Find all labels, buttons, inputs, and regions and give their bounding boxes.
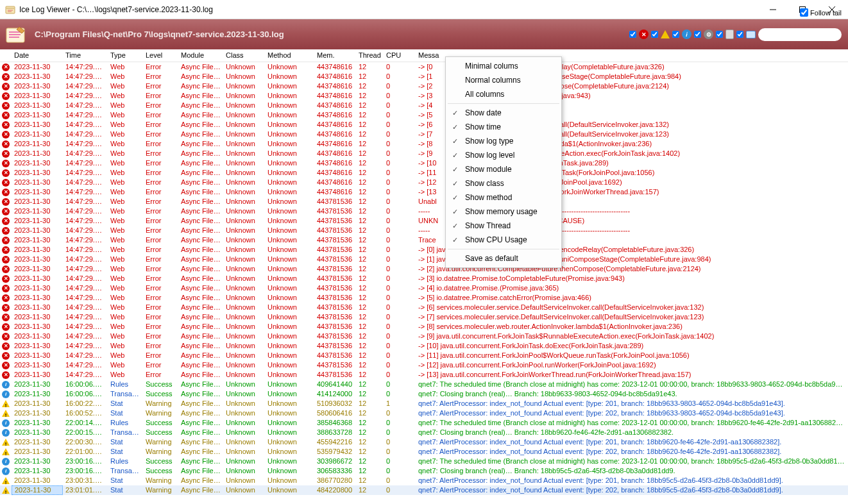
context-item[interactable]: Save as default [447, 251, 560, 265]
filter-doc-check[interactable] [716, 31, 723, 38]
error-filter-icon[interactable]: ✕ [639, 29, 649, 39]
table-row[interactable]: ✕2023-11-3014:47:29.634WebErrorAsync Fil… [0, 370, 848, 380]
table-row[interactable]: 2023-11-3023:01:01.764StatWarningAsync F… [0, 485, 848, 495]
table-row[interactable]: 2023-11-3022:01:00.507StatWarningAsync F… [0, 447, 848, 457]
table-row[interactable]: ✕2023-11-3014:47:29.633WebErrorAsync Fil… [0, 158, 848, 168]
table-row[interactable]: ✕2023-11-3014:47:29.633WebErrorAsync Fil… [0, 139, 848, 149]
cell-class: Unknown [223, 332, 265, 341]
table-row[interactable]: ✕2023-11-3014:47:29.633WebErrorAsync Fil… [0, 101, 848, 110]
table-row[interactable]: ✕2023-11-3014:47:29.633WebErrorAsync Fil… [0, 187, 848, 197]
table-row[interactable]: 2023-11-3016:00:52.572StatWarningAsync F… [0, 408, 848, 418]
table-row[interactable]: ✕2023-11-3014:47:29.633WebErrorAsync Fil… [0, 110, 848, 120]
filter-gear-check[interactable] [694, 31, 701, 38]
context-item[interactable]: Normal columns [447, 73, 560, 87]
cell-method: Unknown [265, 187, 314, 197]
search-input[interactable] [762, 31, 848, 38]
context-item[interactable]: ✓Show log level [447, 148, 560, 162]
context-menu[interactable]: Minimal columsNormal columnsAll columns✓… [445, 56, 562, 268]
table-row[interactable]: ✕2023-11-3014:47:29.634WebErrorAsync Fil… [0, 351, 848, 360]
context-item[interactable]: ✓Show CPU Usage [447, 233, 560, 247]
search-box[interactable] [758, 28, 842, 41]
follow-tail-input[interactable] [800, 8, 808, 17]
table-row[interactable]: ✕2023-11-3014:47:29.634WebErrorAsync Fil… [0, 332, 848, 341]
table-row[interactable]: ✕2023-11-3014:47:29.634WebErrorAsync Fil… [0, 312, 848, 322]
warning-filter-icon[interactable] [661, 30, 670, 38]
context-item[interactable]: Minimal colums [447, 59, 560, 73]
filter-error-check[interactable] [629, 31, 636, 38]
column-headers[interactable]: Date Time Type Level Module Class Method… [0, 49, 848, 62]
cell-time: 14:47:29.634 [63, 351, 108, 360]
context-item[interactable]: ✓Show time [447, 120, 560, 134]
header-level[interactable]: Level [143, 49, 178, 62]
context-item[interactable]: ✓Show date [447, 106, 560, 120]
table-row[interactable]: ✕2023-11-3014:47:29.634WebErrorAsync Fil… [0, 322, 848, 332]
header-method[interactable]: Method [265, 49, 314, 62]
table-row[interactable]: i2023-11-3022:00:15.100Transa…SuccessAsy… [0, 428, 848, 437]
table-row[interactable]: i2023-11-3016:00:06.397RulesSuccessAsync… [0, 380, 848, 389]
doc-filter-icon[interactable] [725, 29, 734, 39]
table-row[interactable]: ✕2023-11-3014:47:29.633WebErrorAsync Fil… [0, 91, 848, 101]
table-row[interactable]: ✕2023-11-3014:47:29.633WebErrorAsync Fil… [0, 62, 848, 72]
table-row[interactable]: ✕2023-11-3014:47:29.633WebErrorAsync Fil… [0, 72, 848, 81]
context-item[interactable]: ✓Show class [447, 176, 560, 190]
header-type[interactable]: Type [108, 49, 143, 62]
info-filter-icon[interactable]: i [682, 29, 691, 39]
header-class[interactable]: Class [223, 49, 265, 62]
minimize-button[interactable] [758, 0, 788, 19]
table-row[interactable]: 2023-11-3016:00:22.566StatWarningAsync F… [0, 399, 848, 408]
table-row[interactable]: i2023-11-3023:00:16.237RulesSuccessAsync… [0, 457, 848, 466]
table-row[interactable]: ✕2023-11-3014:47:29.634WebErrorAsync Fil… [0, 216, 848, 226]
row-icon: ✕ [0, 341, 12, 351]
follow-tail-checkbox[interactable]: Follow tail [800, 8, 842, 17]
gear-filter-icon[interactable]: ⚙ [704, 29, 713, 39]
log-rows[interactable]: ✕2023-11-3014:47:29.633WebErrorAsync Fil… [0, 62, 848, 504]
monitor-filter-icon[interactable] [746, 31, 756, 38]
cell-cpu: 0 [384, 72, 416, 81]
filter-info-check[interactable] [672, 31, 679, 38]
cell-type: Web [108, 139, 143, 149]
table-row[interactable]: ✕2023-11-3014:47:29.634WebErrorAsync Fil… [0, 264, 848, 274]
header-mem[interactable]: Mem. [314, 49, 356, 62]
table-row[interactable]: ✕2023-11-3014:47:29.634WebErrorAsync Fil… [0, 206, 848, 216]
table-row[interactable]: ✕2023-11-3014:47:29.633WebErrorAsync Fil… [0, 81, 848, 91]
table-row[interactable]: i2023-11-3023:00:16.543Transa…SuccessAsy… [0, 466, 848, 476]
table-row[interactable]: ✕2023-11-3014:47:29.633WebErrorAsync Fil… [0, 120, 848, 130]
table-row[interactable]: ✕2023-11-3014:47:29.634WebErrorAsync Fil… [0, 274, 848, 283]
context-item[interactable]: ✓Show log type [447, 134, 560, 148]
cell-mem: 484220800 [314, 485, 356, 495]
cell-class: Unknown [223, 351, 265, 360]
context-item[interactable]: ✓Show Thread [447, 219, 560, 233]
header-time[interactable]: Time [63, 49, 108, 62]
filter-warning-check[interactable] [651, 31, 658, 38]
header-thread[interactable]: Thread [356, 49, 384, 62]
context-item[interactable]: ✓Show method [447, 190, 560, 205]
table-row[interactable]: ✕2023-11-3014:47:29.634WebErrorAsync Fil… [0, 255, 848, 264]
table-row[interactable]: ✕2023-11-3014:47:29.634WebErrorAsync Fil… [0, 283, 848, 293]
table-row[interactable]: ✕2023-11-3014:47:29.633WebErrorAsync Fil… [0, 130, 848, 139]
table-row[interactable]: ✕2023-11-3014:47:29.634WebErrorAsync Fil… [0, 226, 848, 235]
filter-monitor-check[interactable] [736, 31, 743, 38]
context-item[interactable]: ✓Show module [447, 162, 560, 176]
header-module[interactable]: Module [178, 49, 223, 62]
table-row[interactable]: ✕2023-11-3014:47:29.634WebErrorAsync Fil… [0, 303, 848, 312]
header-cpu[interactable]: CPU [384, 49, 416, 62]
table-row[interactable]: 2023-11-3022:00:30.492StatWarningAsync F… [0, 437, 848, 447]
table-row[interactable]: ✕2023-11-3014:47:29.633WebErrorAsync Fil… [0, 149, 848, 158]
table-row[interactable]: ✕2023-11-3014:47:29.634WebErrorAsync Fil… [0, 293, 848, 303]
table-row[interactable]: ✕2023-11-3014:47:29.634WebErrorAsync Fil… [0, 235, 848, 245]
cell-module: Async File L… [178, 264, 223, 274]
table-row[interactable]: ✕2023-11-3014:47:29.634WebErrorAsync Fil… [0, 341, 848, 351]
table-row[interactable]: ✕2023-11-3014:47:29.634WebErrorAsync Fil… [0, 245, 848, 255]
cell-method: Unknown [265, 178, 314, 187]
table-row[interactable]: i2023-11-3016:00:06.722Transa…SuccessAsy… [0, 389, 848, 399]
header-date[interactable]: Date [12, 49, 63, 62]
cell-mem: 388633728 [314, 428, 356, 437]
table-row[interactable]: ✕2023-11-3014:47:29.633WebErrorAsync Fil… [0, 168, 848, 178]
table-row[interactable]: 2023-11-3023:00:31.763StatWarningAsync F… [0, 476, 848, 485]
context-item[interactable]: All columns [447, 87, 560, 101]
context-item[interactable]: ✓Show memory usage [447, 205, 560, 219]
table-row[interactable]: ✕2023-11-3014:47:29.633WebErrorAsync Fil… [0, 178, 848, 187]
table-row[interactable]: i2023-11-3022:00:14.794RulesSuccessAsync… [0, 418, 848, 428]
table-row[interactable]: ✕2023-11-3014:47:29.634WebErrorAsync Fil… [0, 197, 848, 206]
table-row[interactable]: ✕2023-11-3014:47:29.634WebErrorAsync Fil… [0, 360, 848, 370]
